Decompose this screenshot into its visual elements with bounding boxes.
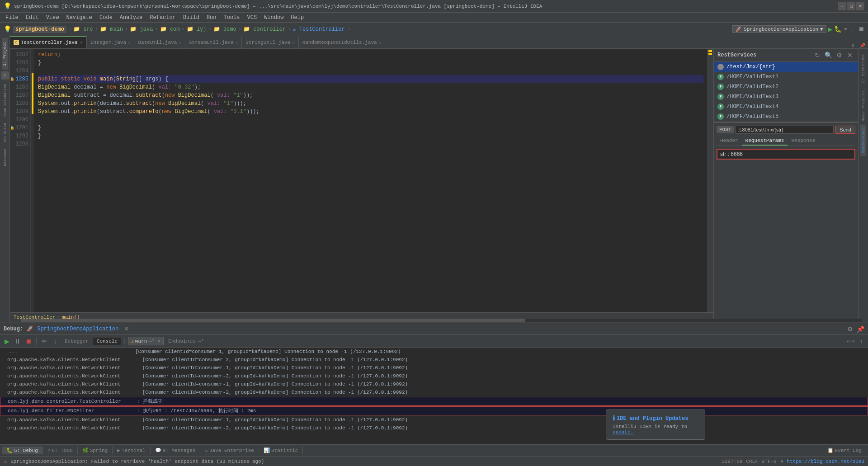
rest-endpoint-2[interactable]: P /HOME/ValidTest2 [714, 82, 858, 92]
menu-file[interactable]: File [2, 14, 22, 22]
code-content[interactable]: return; } public static void main(String… [34, 49, 707, 312]
bottom-tab-java-enterprise[interactable]: ☕ Java Enterprise [200, 447, 259, 454]
rest-services-settings-button[interactable]: ⚙ [835, 51, 844, 60]
rest-services-close-button[interactable]: ✕ [845, 51, 854, 60]
menu-analyze[interactable]: Analyze [116, 14, 146, 22]
debug-down-button[interactable]: ↓ [50, 336, 60, 346]
rest-url-input[interactable] [736, 126, 834, 134]
sidebar-item-scan[interactable]: Scan Validation [2, 81, 8, 119]
menu-help[interactable]: Help [287, 14, 307, 22]
status-position[interactable]: 1287:69 [722, 459, 742, 464]
debug-pin-button[interactable]: 📌 [857, 325, 864, 333]
tab-randomrequestidutils[interactable]: RandomRequestIdUtils.java ✕ [299, 37, 385, 48]
rest-endpoint-3[interactable]: P /HOME/ValidTest3 [714, 92, 858, 102]
menu-refactor[interactable]: Refactor [146, 14, 179, 22]
rest-param-input[interactable] [717, 149, 855, 160]
run-with-coverage-button[interactable]: ☂ [844, 25, 847, 33]
nav-src[interactable]: 📁 src [73, 26, 93, 33]
debug-close-button[interactable]: ✕ [124, 325, 129, 332]
run-config-dropdown[interactable]: 🚀 SpringbootDemoApplication ▼ [732, 25, 826, 33]
menu-code[interactable]: Code [96, 14, 116, 22]
tab-stringutil[interactable]: StringUtil.java ✕ [242, 37, 298, 48]
debug-pause-button[interactable]: ⏸ [13, 336, 23, 346]
nav-java[interactable]: 📁 java [130, 26, 153, 33]
debug-tab-debugger[interactable]: Debugger [61, 338, 92, 345]
sidebar-item-project[interactable]: 1: Project [2, 38, 8, 70]
nav-lyj[interactable]: 📁 lyj [187, 26, 207, 33]
bottom-tab-spring[interactable]: 🌿 Spring [78, 447, 113, 454]
menu-edit[interactable]: Edit [22, 14, 42, 22]
status-csdn-link[interactable]: https://blog.csdn.net/0093 [787, 459, 864, 464]
nav-demo[interactable]: 📁 demo [213, 26, 236, 33]
rest-endpoint-0[interactable]: /test/Jmx/{str} [714, 62, 858, 72]
debug-filter-warn[interactable]: ⚠ warn →* ✕ [128, 337, 164, 345]
minimize-button[interactable]: ─ [838, 2, 846, 10]
bottom-tab-todo[interactable]: ✓ 6: TODO [43, 447, 78, 454]
tab-streamutil-close[interactable]: ✕ [236, 40, 238, 45]
stop-button[interactable]: ⏹ [858, 26, 864, 33]
menu-window[interactable]: Window [260, 14, 287, 22]
tab-integer[interactable]: Integer.java ✕ [87, 37, 135, 48]
rest-tab-requestparams[interactable]: RequestParams [742, 137, 788, 146]
tab-testcontroller[interactable]: C TestController.java ✕ [10, 36, 87, 48]
warn-filter-close[interactable]: ✕ [157, 338, 160, 344]
menu-view[interactable]: View [42, 14, 63, 22]
debug-button[interactable]: 🐛 [834, 25, 842, 33]
rest-endpoint-5[interactable]: P /HOMF/ValidTest5 [714, 112, 858, 122]
menu-navigate[interactable]: Navigate [62, 14, 96, 22]
debug-tab-console[interactable]: Console [93, 338, 121, 345]
debug-stop-button[interactable]: ⏹ [24, 336, 33, 346]
rest-endpoint-4[interactable]: P /HOME/ValidTest4 [714, 102, 858, 112]
tab-streamutil-label: StreamUtil.java [189, 40, 234, 45]
sidebar-item-maven[interactable]: Maven Projects [860, 88, 866, 124]
tab-integer-close[interactable]: ✕ [128, 40, 130, 45]
rest-tab-header[interactable]: Header [717, 137, 742, 146]
debug-settings-button[interactable]: ⚙ [847, 325, 853, 333]
sidebar-item-art-build[interactable]: Art Build [2, 120, 8, 145]
bottom-tab-debug[interactable]: 🐛 5: Debug [2, 447, 43, 454]
debug-tab-endpoints[interactable]: Endpoints →* [165, 338, 208, 345]
status-encoding[interactable]: CRLF [746, 459, 758, 464]
update-link[interactable]: update. [613, 429, 633, 435]
sidebar-item-structure[interactable]: Z: Structure [860, 51, 867, 87]
menu-run[interactable]: Run [203, 14, 220, 22]
debug-wrap-button[interactable]: ⟺ [845, 336, 855, 346]
sidebar-item-icon2[interactable]: 2 [1, 71, 9, 80]
tab-testcontroller-close[interactable]: ✕ [80, 40, 82, 45]
tab-stringutil-close[interactable]: ✕ [292, 40, 294, 45]
menu-tools[interactable]: Tools [220, 14, 244, 22]
tab-pin[interactable]: 📌 [857, 43, 868, 48]
sidebar-item-restservices[interactable]: RestServices [860, 125, 866, 156]
nav-controller[interactable]: 📁 controller [243, 26, 286, 33]
menu-vcs[interactable]: VCS [244, 14, 261, 22]
rest-send-button[interactable]: Send [835, 126, 855, 134]
rest-tab-response[interactable]: Response [788, 137, 819, 146]
event-log-button[interactable]: 📋 Event Log [823, 447, 866, 454]
nav-com[interactable]: 📁 com [160, 26, 180, 33]
sidebar-item-database[interactable]: Database [2, 146, 8, 169]
close-button[interactable]: ✕ [856, 2, 864, 10]
bottom-tab-messages[interactable]: 💬 0: Messages [151, 447, 201, 454]
status-charset[interactable]: UTF-8 [762, 459, 777, 464]
maximize-button[interactable]: □ [847, 2, 855, 10]
nav-main[interactable]: 📁 main [100, 26, 123, 33]
debug-edit-button[interactable]: ✏ [39, 336, 49, 346]
menu-build[interactable]: Build [179, 14, 203, 22]
editor-scrollbar[interactable] [707, 49, 713, 312]
rest-services-refresh-button[interactable]: ↻ [813, 51, 822, 60]
tab-options[interactable]: ⚙ [849, 43, 857, 48]
nav-file[interactable]: ☕ TestController [292, 26, 344, 33]
tab-dateutil[interactable]: DateUtil.java ✕ [134, 37, 185, 48]
bottom-tab-terminal[interactable]: ▶ Terminal [113, 447, 150, 454]
debug-scroll-button[interactable]: ↕ [856, 336, 866, 346]
console-output[interactable]: ... [Consumer clientId=consumer-1, group… [0, 348, 868, 444]
rest-services-search-button[interactable]: 🔍 [824, 51, 833, 60]
tab-randomrequestidutils-close[interactable]: ✕ [379, 40, 381, 45]
run-button[interactable]: ▶ [828, 25, 833, 34]
tab-dateutil-close[interactable]: ✕ [179, 40, 181, 45]
rest-endpoint-1[interactable]: P /HOME/ValidTest1 [714, 72, 858, 82]
tab-streamutil[interactable]: StreamUtil.java ✕ [185, 37, 242, 48]
nav-project-name[interactable]: springboot-demo [13, 26, 66, 33]
bottom-tab-statistic[interactable]: 📊 Statistic [259, 447, 303, 454]
debug-resume-button[interactable]: ▶ [2, 336, 12, 346]
